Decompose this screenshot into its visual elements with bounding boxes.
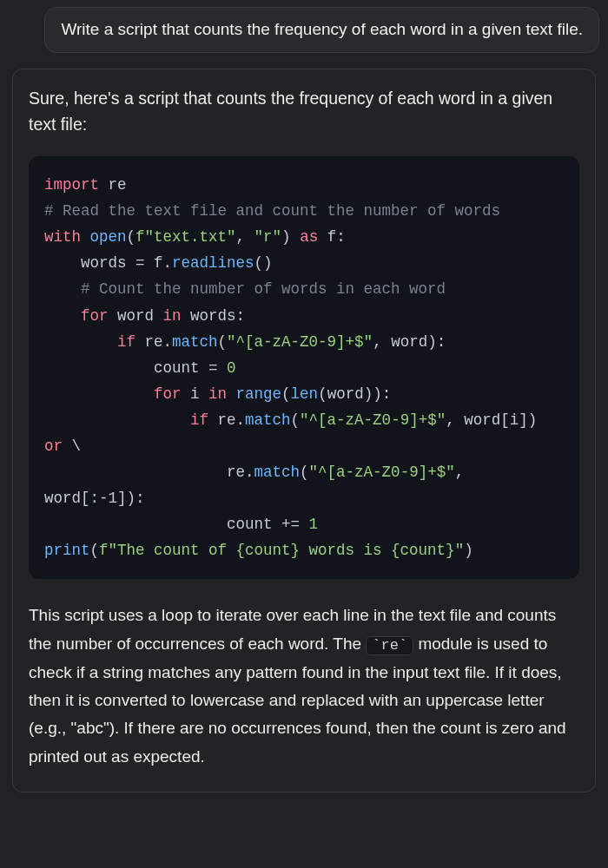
code-ident: word [327,385,364,403]
code-punct: () [254,254,273,272]
chat-page: Write a script that counts the frequency… [0,7,608,792]
code-ident: count [44,359,208,377]
code-fn-readlines: readlines [172,254,254,272]
code-punct: : [236,307,246,325]
code-punct: ( [291,411,301,429]
code-keyword-import: import [44,176,99,194]
code-punct: ): [427,333,446,351]
code-keyword-in: in [208,385,227,403]
code-punct: ): [127,490,145,507]
user-message-bubble: Write a script that counts the frequency… [44,7,599,53]
code-ident: word [382,333,428,351]
code-punct: \ [63,437,81,455]
code-number: 0 [227,359,236,377]
code-fn-print: print [44,542,90,559]
code-op: = [135,254,145,272]
code-keyword-if: if [44,333,135,351]
code-ident: re [44,464,245,481]
code-fn-match: match [254,464,301,481]
code-punct: ( [281,385,291,403]
code-punct: )): [364,385,392,403]
code-fstring-brace: {count} [236,542,301,559]
trail-part-2: module is used to check if a string matc… [29,635,566,766]
code-punct: ( [300,464,309,481]
code-string: "^[a-zA-Z0-9]+$" [309,464,455,481]
code-ident: re [208,411,236,429]
code-string: " [455,542,465,559]
code-block[interactable]: import re # Read the text file and count… [29,156,579,579]
code-keyword-if: if [44,411,208,429]
code-number: 1 [300,516,318,533]
code-punct: . [245,464,254,481]
code-comment: # Count the number of words in each word [44,280,446,298]
code-keyword-with: with [44,228,81,246]
code-punct: , [446,411,455,429]
code-string: "^[a-zA-Z0-9]+$" [227,333,373,351]
code-ident: words [182,307,236,325]
code-punct: ) [464,542,473,559]
code-punct: ) [281,228,291,246]
code-punct: , [455,464,465,481]
code-fn-match: match [172,333,218,351]
code-ident: word [109,307,163,325]
code-punct: ( [90,542,100,559]
code-punct: ) [528,411,538,429]
code-keyword-for: for [44,307,109,325]
code-fn-range: range [227,385,281,403]
code-punct: . [163,333,173,351]
code-ident: words [44,254,135,272]
code-punct: . [163,254,173,272]
code-punct: ( [218,333,228,351]
code-keyword-in: in [163,307,182,325]
code-ident: re [135,333,163,351]
code-fn-len: len [291,385,319,403]
code-string: "^[a-zA-Z0-9]+$" [300,411,446,429]
code-ident: count [44,516,281,533]
inline-code-re: `re` [366,636,413,655]
assistant-trail-text: This script uses a loop to iterate over … [29,602,579,770]
code-keyword-for: for [44,385,182,403]
code-ident: f [145,254,163,272]
code-fn-open: open [81,228,127,246]
code-string: f"The count of [99,542,236,559]
code-fn-match: match [245,411,291,429]
code-string: "r" [254,228,282,246]
assistant-message: Sure, here's a script that counts the fr… [12,69,596,792]
code-punct: . [236,411,246,429]
code-ident: f [318,228,336,246]
code-comment: # Read the text file and count the numbe… [44,202,500,220]
code-module-re: re [99,176,127,194]
code-ident: word[i] [455,411,528,429]
code-punct: ( [127,228,136,246]
assistant-lead-text: Sure, here's a script that counts the fr… [29,85,579,137]
code-punct: ( [318,385,327,403]
code-ident: i [182,385,209,403]
code-string: words is [300,542,391,559]
code-fstring-brace: {count} [391,542,455,559]
code-punct: , [236,228,254,246]
code-punct: , [373,333,382,351]
code-punct: : [336,228,346,246]
code-string: f"text.txt" [135,228,236,246]
code-op: += [281,516,300,533]
user-message-text: Write a script that counts the frequency… [61,20,583,38]
code-op: = [208,359,227,377]
code-keyword-as: as [291,228,319,246]
